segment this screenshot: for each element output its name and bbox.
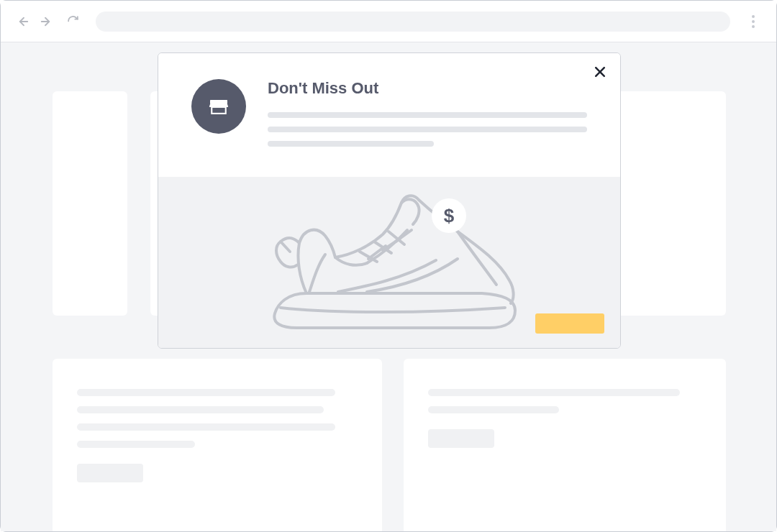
modal-title: Don't Miss Out <box>268 79 587 98</box>
price-badge: $ <box>432 198 466 233</box>
browser-menu-button[interactable] <box>745 13 762 30</box>
skeleton-line <box>268 127 587 132</box>
modal-body: $ <box>158 177 620 348</box>
skeleton-line <box>77 423 335 431</box>
svg-rect-5 <box>212 107 226 114</box>
product-illustration <box>259 180 525 341</box>
url-bar[interactable] <box>96 12 730 32</box>
brand-badge <box>191 79 246 134</box>
page-body: Don't Miss Out <box>1 42 776 531</box>
skeleton-line <box>77 389 335 396</box>
cta-button[interactable] <box>535 313 604 334</box>
kebab-dot-icon <box>752 20 755 23</box>
reload-icon <box>67 15 79 27</box>
sidebar-placeholder <box>53 91 127 316</box>
kebab-dot-icon <box>752 15 755 18</box>
skeleton-line <box>428 406 559 413</box>
content-card-left <box>53 359 382 531</box>
browser-window: Don't Miss Out <box>0 0 777 532</box>
storefront-icon <box>206 93 232 119</box>
dollar-icon: $ <box>444 205 454 227</box>
forward-button[interactable] <box>37 13 54 30</box>
skeleton-line <box>268 112 587 118</box>
modal-header-text: Don't Miss Out <box>268 79 587 155</box>
skeleton-line <box>77 406 324 413</box>
back-button[interactable] <box>15 13 32 30</box>
arrow-right-icon <box>39 15 52 28</box>
skeleton-line <box>428 389 680 396</box>
close-button[interactable] <box>590 62 610 82</box>
skeleton-line <box>77 441 195 448</box>
reload-button[interactable] <box>64 13 81 30</box>
content-card-right <box>404 359 726 531</box>
skeleton-button <box>77 464 143 482</box>
sneaker-icon <box>259 180 525 338</box>
skeleton-button <box>428 429 494 448</box>
browser-toolbar <box>1 1 776 42</box>
kebab-dot-icon <box>752 25 755 28</box>
promo-modal: Don't Miss Out <box>158 52 621 349</box>
arrow-left-icon <box>17 15 30 28</box>
close-icon <box>593 65 607 79</box>
modal-header: Don't Miss Out <box>158 53 620 177</box>
modal-subtitle-placeholder <box>268 112 587 147</box>
svg-rect-4 <box>210 100 227 104</box>
skeleton-line <box>268 141 434 147</box>
